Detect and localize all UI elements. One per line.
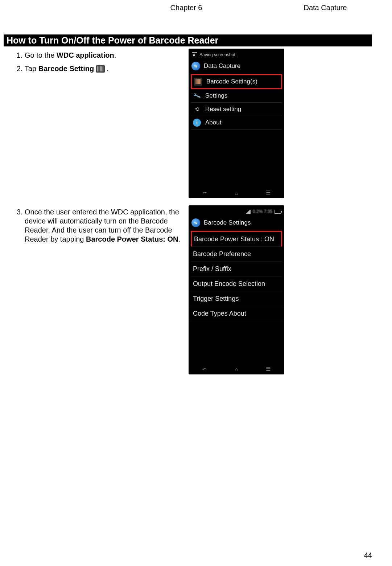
setting-label: Barcode Preference (193, 250, 251, 258)
setting-label: Output Encode Selection (193, 280, 265, 288)
recent-icon[interactable]: ☰ (266, 366, 271, 372)
menu-item-about[interactable]: i About (191, 116, 282, 130)
back-icon[interactable]: ⤺ (202, 189, 207, 196)
phone-2-status-bar: 0.2% 7:35 (191, 208, 282, 216)
steps-column-2: Once the user entered the WDC applicatio… (4, 205, 189, 248)
step-1-bold: WDC application (57, 51, 114, 59)
setting-label: Barcode Power Status : ON (194, 235, 274, 243)
wdc-logo-icon: w (191, 218, 200, 227)
barcode-icon (96, 65, 105, 73)
step-3-bold: Barcode Power Status: ON (86, 235, 178, 243)
phone-2-titlebar: w Barcode Settings (191, 216, 282, 230)
running-header: Chapter 6 Data Capture (145, 4, 372, 12)
back-icon[interactable]: ⤺ (202, 366, 207, 372)
setting-item-output-encode[interactable]: Output Encode Selection (191, 276, 282, 291)
menu-label: Settings (205, 92, 227, 99)
phone-1: Saving screenshot.. w Data Capture Barco… (189, 49, 284, 198)
phone-1-titlebar: w Data Capture (191, 59, 282, 73)
signal-icon (245, 210, 251, 214)
phone-2-menu-list: Barcode Power Status : ON Barcode Prefer… (191, 230, 282, 321)
step-2: Tap Barcode Setting . (25, 64, 189, 73)
phone-2: 0.2% 7:35 w Barcode Settings Barcode Pow… (189, 205, 284, 374)
step-block-2: Once the user entered the WDC applicatio… (4, 205, 372, 374)
wdc-logo-icon: w (191, 62, 200, 70)
setting-item-preference[interactable]: Barcode Preference (191, 247, 282, 262)
recent-icon[interactable]: ☰ (266, 189, 271, 196)
image-icon (192, 52, 197, 57)
info-icon: i (193, 119, 201, 127)
phone-2-col: 0.2% 7:35 w Barcode Settings Barcode Pow… (189, 205, 286, 374)
home-icon[interactable]: ⌂ (235, 366, 238, 372)
wrench-icon: 🔧 (192, 91, 202, 101)
phone-1-menu-list: Barcode Setting(s) 🔧 Settings ⟲ Reset se… (191, 73, 282, 130)
chapter-label: Chapter 6 (170, 4, 202, 12)
setting-item-code-types[interactable]: Code Types About (191, 306, 282, 321)
nav-buttons: ⤺ ⌂ ☰ (189, 365, 284, 373)
step-3-post: . (178, 235, 181, 243)
menu-item-barcode-settings[interactable]: Barcode Setting(s) (191, 74, 282, 89)
setting-label: Trigger Settings (193, 295, 239, 303)
home-icon[interactable]: ⌂ (235, 190, 238, 196)
menu-label: About (205, 119, 221, 126)
step-1-pre: Go to the (25, 51, 57, 59)
phone-1-status-text: Saving screenshot.. (199, 52, 238, 57)
setting-item-trigger-settings[interactable]: Trigger Settings (191, 291, 282, 306)
setting-label: Code Types About (193, 310, 246, 317)
section-heading: How to Turn On/Off the Power of Barcode … (4, 34, 372, 46)
phone-1-app-title: Data Capture (204, 62, 240, 70)
barcode-icon (194, 78, 202, 86)
refresh-icon: ⟲ (193, 105, 201, 113)
battery-icon (275, 210, 281, 214)
phone-1-status-bar: Saving screenshot.. (191, 51, 282, 59)
step-1: Go to the WDC application. (25, 51, 189, 60)
step-2-bold: Barcode Setting (38, 65, 94, 73)
menu-label: Barcode Setting(s) (206, 78, 257, 85)
step-2-pre: Tap (25, 65, 38, 73)
menu-item-reset[interactable]: ⟲ Reset setting (191, 103, 282, 116)
step-block-1: Go to the WDC application. Tap Barcode S… (4, 49, 372, 198)
phone-2-app-title: Barcode Settings (204, 219, 251, 226)
page: Chapter 6 Data Capture How to Turn On/Of… (0, 0, 392, 566)
setting-label: Prefix / Suffix (193, 265, 231, 273)
menu-label: Reset setting (205, 106, 241, 113)
step-1-post: . (114, 51, 116, 59)
setting-item-prefix-suffix[interactable]: Prefix / Suffix (191, 262, 282, 276)
step-3: Once the user entered the WDC applicatio… (25, 208, 189, 244)
section-label: Data Capture (304, 4, 347, 12)
setting-item-power-status[interactable]: Barcode Power Status : ON (191, 231, 282, 247)
step-2-post: . (105, 65, 109, 73)
phone-2-status-text: 0.2% 7:35 (253, 209, 272, 214)
nav-buttons: ⤺ ⌂ ☰ (189, 189, 284, 197)
phone-1-col: Saving screenshot.. w Data Capture Barco… (189, 49, 286, 198)
menu-item-settings[interactable]: 🔧 Settings (191, 89, 282, 103)
steps-column-1: Go to the WDC application. Tap Barcode S… (4, 49, 189, 78)
page-number: 44 (364, 551, 372, 559)
